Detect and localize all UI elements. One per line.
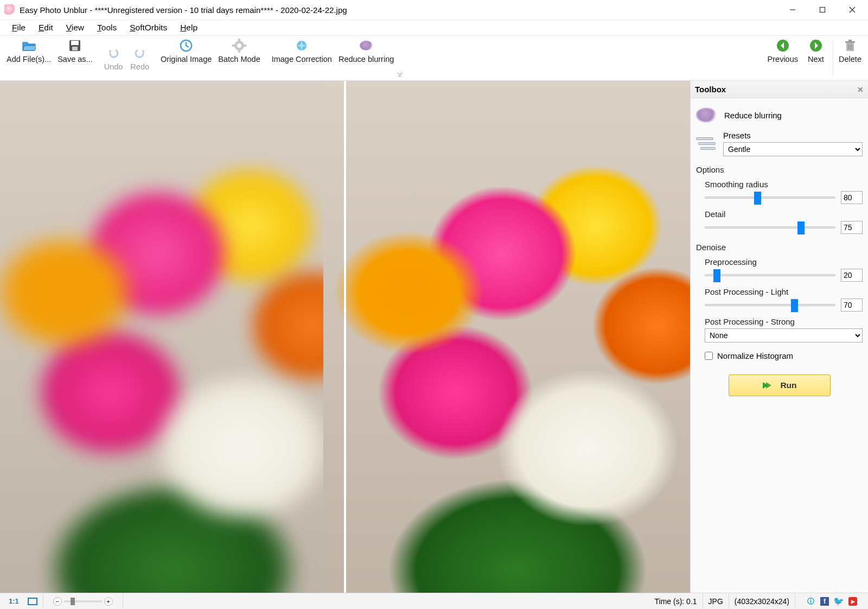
zoom-slider[interactable] <box>64 600 102 602</box>
toolbar-label: Undo <box>104 62 123 71</box>
minimize-button[interactable] <box>777 0 807 20</box>
arrow-right-icon <box>809 39 823 53</box>
status-bar: 1:1 − + Time (s): 0.1 JPG (4032x3024x24)… <box>0 593 868 609</box>
detail-slider[interactable] <box>705 222 835 233</box>
close-button[interactable] <box>837 0 867 20</box>
svg-rect-19 <box>845 41 855 43</box>
run-button[interactable]: Run <box>729 375 831 396</box>
toolbar-label: Save as... <box>58 55 92 64</box>
next-button[interactable]: Next <box>801 36 831 80</box>
menu-view[interactable]: View <box>60 21 91 34</box>
title-bar: Easy Photo Unblur - ****Unregistered ver… <box>0 0 868 20</box>
svg-rect-1 <box>820 8 825 12</box>
toolbar-label: Original Image <box>161 55 212 64</box>
normalize-histogram-row[interactable]: Normalize Histogram <box>696 351 863 360</box>
save-icon <box>68 39 82 53</box>
youtube-icon[interactable]: ▶ <box>848 597 857 606</box>
info-icon[interactable]: ⓘ <box>806 597 815 606</box>
preprocessing-value[interactable] <box>841 269 863 282</box>
svg-rect-5 <box>71 41 79 45</box>
zoom-ratio-button[interactable]: 1:1 <box>5 597 22 605</box>
denoise-group-label: Denoise <box>696 243 863 252</box>
presets-label: Presets <box>723 131 863 140</box>
toolbar-label: Previous <box>768 55 798 64</box>
gear-icon <box>232 39 246 53</box>
smoothing-slider[interactable] <box>705 192 835 203</box>
run-arrow-icon <box>762 381 773 390</box>
menu-tools[interactable]: Tools <box>91 21 123 34</box>
svg-rect-10 <box>238 39 240 42</box>
main-area: Toolbox ✕ Reduce blurring Presets Gen <box>0 81 868 593</box>
previous-button[interactable]: Previous <box>764 36 801 80</box>
preview-before <box>0 81 345 593</box>
svg-rect-13 <box>243 45 246 47</box>
post-light-slider[interactable] <box>705 300 835 310</box>
blur-icon <box>359 39 373 53</box>
image-correction-button[interactable]: Image Correction <box>269 36 335 80</box>
normalize-histogram-label: Normalize Histogram <box>717 351 793 360</box>
svg-rect-6 <box>72 47 78 50</box>
arrow-left-icon <box>776 39 790 53</box>
smoothing-label: Smoothing radius <box>705 180 863 189</box>
menu-file[interactable]: File <box>5 21 32 34</box>
toolbar-label: Image Correction <box>272 55 332 64</box>
status-dimensions: (4032x3024x24) <box>729 593 795 609</box>
smoothing-value[interactable] <box>841 191 863 204</box>
image-viewer[interactable] <box>0 81 690 593</box>
maximize-button[interactable] <box>807 0 837 20</box>
undo-button[interactable]: Undo <box>101 44 126 72</box>
undo-icon <box>106 46 120 60</box>
twitter-icon[interactable]: 🐦 <box>834 597 843 606</box>
toolbar-label: Delete <box>839 55 861 64</box>
toolbox-close-button[interactable]: ✕ <box>857 85 864 94</box>
toolbox-mode-label: Reduce blurring <box>724 111 782 120</box>
run-label: Run <box>780 380 796 390</box>
detail-label: Detail <box>705 210 863 219</box>
redo-button[interactable]: Redo <box>127 44 152 72</box>
trash-icon <box>843 39 857 53</box>
options-group-label: Options <box>696 165 863 174</box>
window-title: Easy Photo Unblur - ****Unregistered ver… <box>20 5 777 15</box>
detail-value[interactable] <box>841 221 863 234</box>
zoom-in-button[interactable]: + <box>104 597 113 606</box>
delete-button[interactable]: Delete <box>835 36 865 80</box>
toolbox-panel: Toolbox ✕ Reduce blurring Presets Gen <box>690 81 868 593</box>
folder-open-icon <box>22 39 36 53</box>
preprocessing-slider[interactable] <box>705 270 835 281</box>
post-strong-select[interactable]: None <box>705 328 863 342</box>
post-light-label: Post Processing - Light <box>705 287 863 296</box>
menu-help[interactable]: Help <box>174 21 204 34</box>
app-icon <box>4 4 15 15</box>
toolbar-label: Batch Mode <box>218 55 260 64</box>
toolbox-title: Toolbox <box>695 85 726 94</box>
zoom-out-button[interactable]: − <box>53 597 62 606</box>
toolbar-overflow-button[interactable] <box>397 71 403 80</box>
save-as-button[interactable]: Save as... <box>54 36 95 80</box>
presets-select[interactable]: Gentle <box>723 142 863 156</box>
preprocessing-label: Preprocessing <box>705 257 863 267</box>
presets-icon <box>696 136 717 151</box>
normalize-histogram-checkbox[interactable] <box>705 352 713 360</box>
svg-rect-12 <box>232 45 235 47</box>
toolbox-header: Toolbox ✕ <box>691 81 868 98</box>
menu-softorbits[interactable]: SoftOrbits <box>123 21 174 34</box>
zoom-control: − + <box>49 597 117 606</box>
toolbar-label: Add File(s)... <box>7 55 51 64</box>
status-time: Time (s): 0.1 <box>649 593 703 609</box>
reduce-blurring-button[interactable]: Reduce blurring <box>335 36 397 80</box>
post-light-value[interactable] <box>841 299 863 312</box>
svg-rect-11 <box>238 49 240 53</box>
batch-mode-button[interactable]: Batch Mode <box>215 36 263 80</box>
svg-rect-20 <box>848 40 852 41</box>
svg-point-9 <box>237 43 241 48</box>
split-divider[interactable] <box>344 81 346 593</box>
add-files-button[interactable]: Add File(s)... <box>3 36 54 80</box>
original-image-button[interactable]: Original Image <box>157 36 215 80</box>
blur-icon <box>696 108 717 122</box>
menu-edit[interactable]: Edit <box>32 21 60 34</box>
redo-icon <box>133 46 147 60</box>
toolbar-label: Redo <box>130 62 149 71</box>
zoom-fit-button[interactable] <box>28 598 37 605</box>
facebook-icon[interactable]: f <box>820 597 829 606</box>
preview-after <box>345 81 690 593</box>
